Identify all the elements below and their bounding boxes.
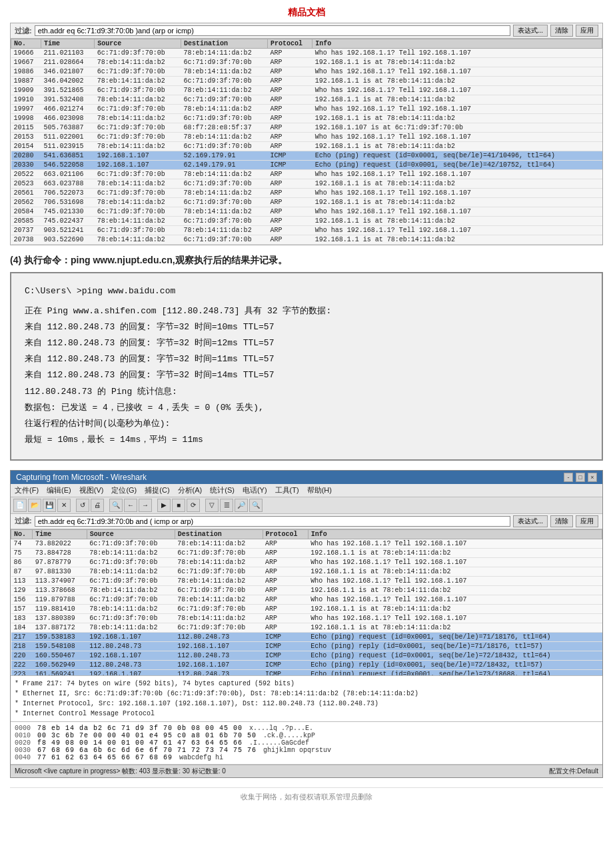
icon-close[interactable]: ✕ [57,499,71,512]
icon-reload[interactable]: ↺ [76,499,89,512]
b-col-time: Time [33,529,87,539]
col-dest: Destination [181,39,268,49]
table-row[interactable]: 20115505.7638876c:71:d9:3f:70:0b68:f7:28… [11,123,602,133]
table-row[interactable]: 157119.88141078:eb:14:11:da:b26c:71:d9:3… [11,604,602,613]
table-row[interactable]: 20280541.636851192.168.1.10752.169.179.9… [11,151,602,161]
bottom-filter-input[interactable] [35,516,510,527]
table-row[interactable]: 183137.8803896c:71:d9:3f:70:0b78:eb:14:1… [11,613,602,623]
icon-back[interactable]: ← [124,499,137,512]
b-col-dest: Destination [175,529,263,539]
table-row[interactable]: 20154511.02391578:eb:14:11:da:b26c:71:d9… [11,142,602,151]
bottom-expression-btn[interactable]: 表达式... [513,515,548,527]
menu-view[interactable]: 视图(V) [79,485,104,495]
table-row[interactable]: 222160.562949112.80.248.73192.168.1.107I… [11,660,602,669]
table-row[interactable]: 19998466.02309878:eb:14:11:da:b26c:71:d9… [11,114,602,123]
top-filter-bar: 过滤: 表达式... 清除 应用 [11,23,602,39]
menu-stats[interactable]: 统计(S) [210,485,235,495]
cmd-window: C:\Users\ >ping www.baidu.com 正在 Ping ww… [10,272,603,461]
table-row[interactable]: 19910391.53240878:eb:14:11:da:b26c:71:d9… [11,95,602,105]
table-row[interactable]: 223161.569241192.168.1.107112.80.248.73I… [11,669,602,676]
bottom-packet-list: No. Time Source Destination Protocol Inf… [11,529,602,676]
table-row[interactable]: 19666211.0211036c:71:d9:3f:70:0b78:eb:14… [11,49,602,58]
icon-new[interactable]: 📄 [13,499,27,512]
table-row[interactable]: 220160.550467192.168.1.107112.80.248.73I… [11,651,602,660]
menu-edit[interactable]: 编辑(E) [47,485,71,495]
icon-fwd[interactable]: → [139,499,152,512]
menu-tools[interactable]: 工具(T) [275,485,299,495]
cmd-line: 最短 = 10ms，最长 = 14ms，平均 = 11ms [25,433,588,447]
table-row[interactable]: 20738903.52269078:eb:14:11:da:b26c:71:d9… [11,235,602,245]
icon-open[interactable]: 📂 [28,499,41,512]
cmd-line: 正在 Ping www.a.shifen.com [112.80.248.73]… [25,304,588,319]
icon-filter2[interactable]: ☰ [220,499,233,512]
detail-line: * Internet Control Message Protocol [15,709,598,719]
table-row[interactable]: 7573.88472878:eb:14:11:da:b26c:71:d9:3f:… [11,548,602,557]
bottom-filter-label: 过滤: [15,516,32,526]
table-row[interactable]: 20737903.5212416c:71:d9:3f:70:0b78:eb:14… [11,226,602,235]
table-row[interactable]: 20523663.02378878:eb:14:11:da:b26c:71:d9… [11,179,602,189]
table-row[interactable]: 19886346.0218076c:71:d9:3f:70:0b78:eb:14… [11,67,602,77]
b-col-no: No. [11,529,33,539]
menu-goto[interactable]: 定位(G) [111,485,137,495]
top-filter-input[interactable] [35,25,510,36]
cmd-prompt: C:\Users\ >ping www.baidu.com [25,284,588,299]
icon-zoom-in[interactable]: 🔎 [235,499,248,512]
page-footer: 收集于网络，如有侵权请联系管理员删除 [10,787,603,802]
icon-print[interactable]: 🖨 [91,499,104,512]
table-row[interactable]: 20522663.0211066c:71:d9:3f:70:0b78:eb:14… [11,170,602,179]
menu-analyze[interactable]: 分析(A) [178,485,203,495]
table-row[interactable]: 19887346.04200278:eb:14:11:da:b26c:71:d9… [11,77,602,86]
menu-file[interactable]: 文件(F) [15,485,39,495]
table-row[interactable]: 19667211.02866478:eb:14:11:da:b26c:71:d9… [11,58,602,67]
top-apply-btn[interactable]: 应用 [576,25,598,37]
table-row[interactable]: 184137.88717278:eb:14:11:da:b26c:71:d9:3… [11,623,602,632]
cmd-line: 来自 112.80.248.73 的回复: 字节=32 时间=10ms TTL=… [25,320,588,335]
icon-filter1[interactable]: ▽ [205,499,219,512]
doc-title: 精品文档 [10,7,603,19]
table-row[interactable]: 217159.538183192.168.1.107112.80.248.73I… [11,632,602,641]
ws-hex-pane: 000078 eb 14 da b2 6c 71 d9 3f 70 0b 08 … [11,722,602,765]
menu-help[interactable]: 帮助(H) [307,485,332,495]
ws-maximize-btn[interactable]: □ [576,473,585,482]
ws-minimize-btn[interactable]: - [564,473,573,482]
table-row[interactable]: 20585745.02243778:eb:14:11:da:b26c:71:d9… [11,217,602,226]
section4-text: 执行命令：ping www.njupt.edu.cn,观察执行后的结果并记录。 [24,255,287,265]
top-clear-btn[interactable]: 清除 [550,25,573,37]
table-row[interactable]: 218159.548108112.80.248.73192.168.1.107I… [11,641,602,651]
ws-status-profile: 配置文件:Default [549,767,598,776]
table-row[interactable]: 7473.8820226c:71:d9:3f:70:0b78:eb:14:11:… [11,539,602,548]
table-row[interactable]: 8697.8787796c:71:d9:3f:70:0b78:eb:14:11:… [11,557,602,567]
icon-stop[interactable]: ■ [172,499,185,512]
table-row[interactable]: 20561706.5220736c:71:d9:3f:70:0b78:eb:14… [11,189,602,198]
icon-find[interactable]: 🔍 [109,499,123,512]
table-row[interactable]: 19997466.0212746c:71:d9:3f:70:0b78:eb:14… [11,105,602,114]
menu-telephony[interactable]: 电话(Y) [243,485,267,495]
table-row[interactable]: 20153511.0220016c:71:d9:3f:70:0b78:eb:14… [11,133,602,142]
table-row[interactable]: 20584745.0213306c:71:d9:3f:70:0b78:eb:14… [11,207,602,217]
b-col-proto: Protocol [263,529,308,539]
top-packet-list: No. Time Source Destination Protocol Inf… [11,39,602,245]
icon-go[interactable]: ▶ [157,499,171,512]
ws-title-controls: - □ × [564,473,597,482]
icon-restart[interactable]: ⟳ [187,499,200,512]
top-expression-btn[interactable]: 表达式... [513,25,548,37]
menu-capture[interactable]: 捕捉(C) [145,485,169,495]
bottom-clear-btn[interactable]: 清除 [550,515,573,527]
ws-close-btn[interactable]: × [588,473,597,482]
table-row[interactable]: 113113.3749076c:71:d9:3f:70:0b78:eb:14:1… [11,576,602,585]
table-row[interactable]: 156119.8797886c:71:d9:3f:70:0b78:eb:14:1… [11,595,602,604]
detail-line: * Internet Protocol, Src: 192.168.1.107 … [15,699,598,709]
icon-save[interactable]: 💾 [43,499,56,512]
top-filter-label: 过滤: [15,26,32,36]
table-row[interactable]: 129113.37866878:eb:14:11:da:b26c:71:d9:3… [11,585,602,595]
table-row[interactable]: 20330546.522058192.168.1.10762.149.179.9… [11,161,602,170]
icon-zoom-out[interactable]: 🔍 [249,499,263,512]
page-container: 精品文档 过滤: 表达式... 清除 应用 No. Time Source De… [0,0,613,809]
bottom-apply-btn[interactable]: 应用 [576,515,598,527]
table-row[interactable]: 8797.88133078:eb:14:11:da:b26c:71:d9:3f:… [11,567,602,576]
table-row[interactable]: 20562706.53169878:eb:14:11:da:b26c:71:d9… [11,198,602,207]
table-row[interactable]: 19909391.5218656c:71:d9:3f:70:0b78:eb:14… [11,86,602,95]
bottom-filter-bar: 过滤: 表达式... 清除 应用 [11,514,602,529]
ws-detail-pane: * Frame 217: 74 bytes on wire (592 bits)… [11,676,602,722]
hex-row: 004077 61 62 63 64 65 66 67 68 69wabcdef… [15,754,598,761]
